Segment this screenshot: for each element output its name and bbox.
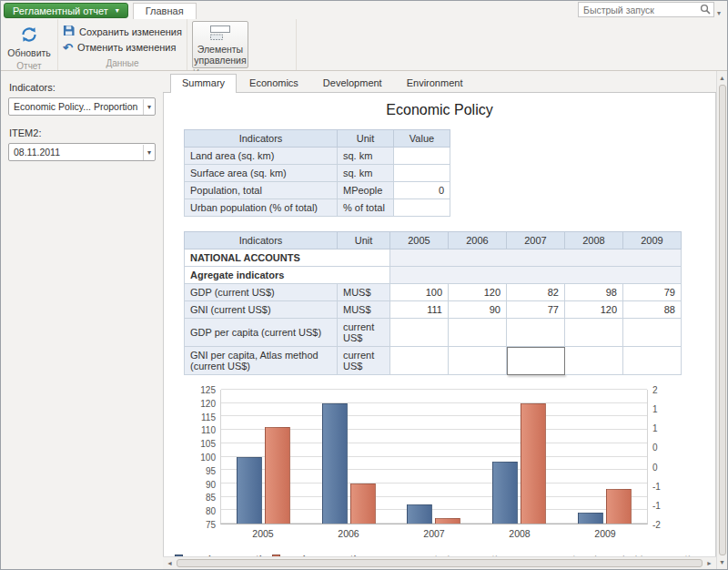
y2-axis-label: 0: [652, 443, 658, 453]
indicator-cell: GDP (current US$): [185, 284, 338, 301]
unit-cell: sq. km: [338, 165, 394, 182]
ribbon-top-row: Регламентный отчет ▾ Главная ▾: [1, 1, 727, 19]
value-cell[interactable]: 79: [623, 284, 682, 301]
bars-layer: [221, 390, 647, 524]
value-cell[interactable]: [449, 347, 507, 375]
indicator-cell: GNI per capita, Atlas method (current US…: [185, 347, 338, 375]
selected-cell[interactable]: [507, 347, 565, 375]
report-menu-button[interactable]: Регламентный отчет ▾: [4, 3, 128, 18]
undo-changes-button[interactable]: ↶ Отменить изменения: [63, 42, 182, 53]
item2-select[interactable]: 08.11.2011 ▾: [8, 143, 156, 161]
value-cell[interactable]: 77: [507, 301, 565, 319]
value-cell[interactable]: [623, 347, 682, 375]
value-cell[interactable]: [390, 319, 449, 347]
bar-gni-2009[interactable]: [606, 489, 632, 524]
value-cell[interactable]: 0: [394, 182, 450, 199]
bar-gni-2007[interactable]: [435, 518, 460, 524]
table-row: Urban population (% of total)% of total: [185, 199, 450, 217]
column-header: Unit: [338, 232, 390, 249]
search-box: [578, 2, 714, 17]
y-axis-left: 7580859095100105110115120125: [191, 390, 220, 524]
bar-gdp-2009[interactable]: [578, 513, 603, 524]
column-header: 2006: [449, 232, 507, 249]
scroll-down-icon[interactable]: ▼: [717, 557, 727, 567]
value-cell[interactable]: 88: [623, 301, 682, 319]
tab-summary[interactable]: Summary: [170, 74, 237, 93]
y-axis-label: 90: [206, 479, 216, 489]
chevron-down-icon: ▾: [143, 99, 155, 115]
vertical-scroll-thumb[interactable]: [719, 85, 726, 555]
search-options-chevron-icon[interactable]: ▾: [714, 9, 723, 17]
search-input[interactable]: [583, 5, 700, 15]
scroll-left-icon[interactable]: ◄: [165, 558, 175, 568]
value-cell[interactable]: 100: [390, 284, 449, 301]
column-header: Value: [394, 130, 450, 148]
tab-home[interactable]: Главная: [133, 3, 197, 19]
indicators-select[interactable]: Economic Policy... Proportion of s... (1…: [8, 97, 156, 116]
value-cell[interactable]: [507, 319, 565, 347]
value-cell[interactable]: [565, 319, 623, 347]
indicator-cell: Urban population (% of total): [185, 199, 338, 217]
value-cell[interactable]: [565, 347, 623, 375]
chart-plot-area: [220, 390, 648, 524]
chevron-down-icon: ▾: [116, 6, 119, 15]
sidebar: Indicators: Economic Policy... Proportio…: [1, 71, 163, 569]
y-axis-right: 21100-1-1-2: [648, 390, 673, 524]
report-body: Economic Policy IndicatorsUnitValueLand …: [163, 93, 716, 556]
table-row: Population, totalMPeople0: [185, 182, 450, 199]
refresh-button[interactable]: Обновить: [5, 21, 53, 61]
tab-development[interactable]: Development: [311, 74, 394, 92]
scroll-right-icon[interactable]: ►: [704, 558, 714, 568]
ribbon-body: Обновить Отчет Сохранить изменения: [1, 19, 727, 70]
table-header-row: IndicatorsUnitValue: [185, 130, 450, 148]
bar-gni-2006[interactable]: [350, 483, 376, 524]
bar-group: [221, 390, 307, 524]
bar-gni-2005[interactable]: [265, 427, 290, 524]
unit-cell: current US$: [338, 347, 390, 375]
bar-gdp-2005[interactable]: [237, 457, 262, 524]
value-cell[interactable]: [623, 319, 682, 347]
value-cell[interactable]: [394, 165, 450, 182]
value-cell[interactable]: [394, 148, 450, 165]
horizontal-scroll-thumb[interactable]: [177, 559, 703, 567]
section-filler: [390, 267, 682, 284]
y-axis-label: 80: [206, 506, 216, 516]
bar-gni-2008[interactable]: [521, 403, 546, 524]
value-cell[interactable]: 90: [449, 301, 507, 319]
value-cell[interactable]: 111: [390, 301, 449, 319]
tab-economics[interactable]: Economics: [238, 74, 310, 92]
x-axis-label: 2006: [306, 528, 391, 541]
save-changes-button[interactable]: Сохранить изменения: [63, 25, 182, 38]
unit-cell: % of total: [338, 199, 394, 217]
y-axis-label: 120: [200, 398, 216, 408]
table-row: GDP (current US$)MUS$100120829879: [185, 284, 682, 301]
ribbon: Регламентный отчет ▾ Главная ▾: [1, 1, 727, 71]
section-filler: [390, 249, 682, 267]
value-cell[interactable]: 120: [565, 301, 623, 319]
value-cell[interactable]: [449, 319, 507, 347]
tab-environment[interactable]: Environment: [395, 74, 475, 92]
ribbon-group-tools: Элементы управления Инструменты и панели: [187, 19, 297, 70]
bar-group: [391, 390, 477, 524]
y2-axis-label: 0: [652, 462, 658, 472]
scroll-up-icon[interactable]: ▲: [717, 73, 727, 83]
bar-gdp-2007[interactable]: [407, 504, 432, 524]
value-cell[interactable]: 82: [507, 284, 565, 301]
section-label: NATIONAL ACCOUNTS: [185, 249, 390, 267]
table-row: Land area (sq. km)sq. km: [185, 148, 450, 165]
y2-axis-label: -1: [652, 500, 661, 510]
y2-axis-label: -1: [652, 481, 661, 491]
ribbon-group-data: Сохранить изменения ↶ Отменить изменения…: [58, 19, 187, 70]
search-icon[interactable]: [700, 2, 711, 18]
bar-gdp-2006[interactable]: [322, 403, 348, 524]
page-title: Economic Policy: [164, 102, 715, 118]
value-cell[interactable]: 98: [565, 284, 623, 301]
value-cell[interactable]: 120: [449, 284, 507, 301]
value-cell[interactable]: [394, 199, 450, 217]
column-header: Indicators: [185, 130, 338, 148]
value-cell[interactable]: [390, 347, 449, 375]
report-menu-label: Регламентный отчет: [13, 5, 108, 16]
vertical-scrollbar: ▲ ▼: [716, 71, 727, 569]
controls-button[interactable]: Элементы управления: [192, 21, 248, 68]
bar-gdp-2008[interactable]: [492, 462, 518, 524]
